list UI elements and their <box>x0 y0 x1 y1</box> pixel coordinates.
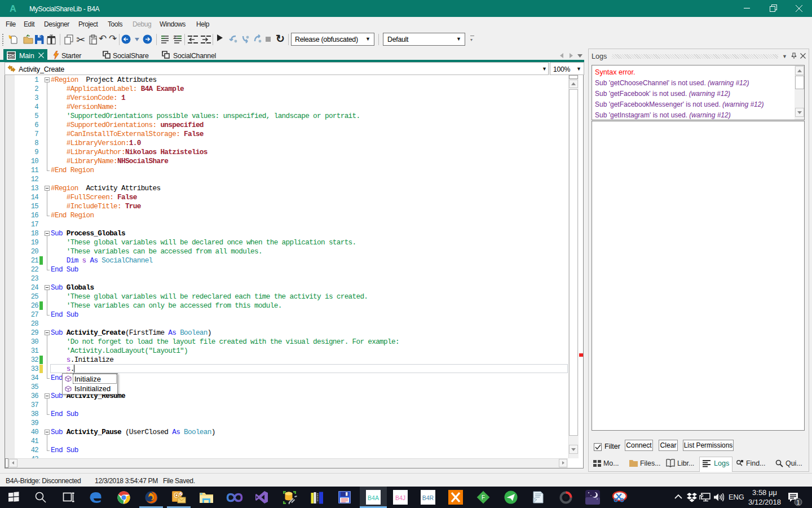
svg-text:1: 1 <box>797 499 800 506</box>
svg-text:B4J: B4J <box>395 494 405 501</box>
svg-text:✂: ✂ <box>76 34 85 46</box>
svg-text:F: F <box>482 494 485 501</box>
svg-text:2: 2 <box>173 34 176 40</box>
svg-text:B4A: B4A <box>368 494 379 501</box>
svg-text:B4R: B4R <box>422 494 434 501</box>
